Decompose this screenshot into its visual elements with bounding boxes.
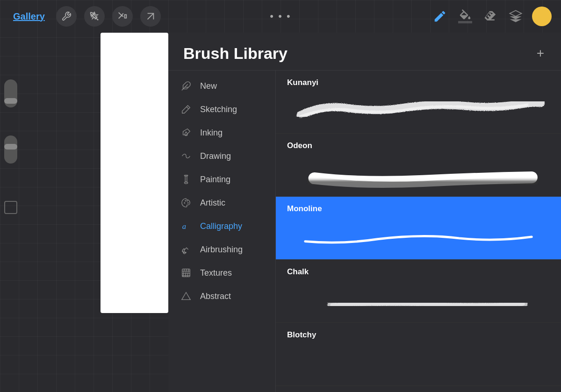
category-label-inking: Inking [200, 128, 223, 138]
category-label-textures: Textures [200, 268, 232, 278]
category-list: New Sketching [168, 71, 276, 392]
brush-list: Kunanyi Odeon [276, 71, 561, 392]
magic-tool-button[interactable] [84, 6, 105, 27]
svg-point-13 [185, 200, 186, 202]
brush-library-header: Brush Library + [168, 33, 561, 71]
svg-marker-7 [182, 106, 190, 114]
brush-name-blotchy: Blotchy [287, 330, 550, 340]
category-label-abstract: Abstract [200, 292, 231, 301]
ink-icon [180, 128, 193, 138]
svg-line-8 [187, 107, 189, 109]
side-controls [0, 79, 21, 214]
toolbar: Gallery • • • [0, 0, 561, 33]
brush-item-blotchy[interactable]: Blotchy [276, 323, 561, 386]
opacity-slider[interactable] [4, 135, 17, 164]
smudge-tool-button[interactable] [112, 6, 133, 27]
texture-icon [180, 268, 193, 278]
canvas-area [0, 33, 168, 392]
brush-preview-monoline [287, 219, 550, 252]
toolbar-center: • • • [266, 7, 295, 26]
category-label-artistic: Artistic [200, 198, 225, 208]
category-item-drawing[interactable]: Drawing [168, 144, 275, 168]
svg-point-14 [187, 200, 188, 202]
svg-rect-10 [185, 176, 187, 182]
category-item-new[interactable]: New [168, 74, 275, 98]
color-square-button[interactable] [4, 201, 17, 214]
category-item-abstract[interactable]: Abstract [168, 285, 275, 308]
smudge-icon [117, 11, 128, 21]
eraser-icon [483, 9, 497, 23]
brush-library-content: New Sketching [168, 71, 561, 392]
abstract-icon [180, 291, 193, 301]
category-label-drawing: Drawing [200, 151, 231, 161]
arrow-icon [145, 11, 156, 21]
arrow-tool-button[interactable] [140, 6, 161, 27]
svg-point-15 [187, 202, 189, 204]
fill-tool-button[interactable] [456, 7, 474, 25]
category-item-artistic[interactable]: Artistic [168, 191, 275, 214]
drawing-icon [180, 151, 193, 161]
eraser-tool-button[interactable] [482, 7, 499, 25]
canvas-white [101, 33, 168, 313]
svg-point-20 [185, 252, 186, 253]
gallery-button[interactable]: Gallery [9, 9, 49, 24]
size-slider[interactable] [4, 79, 17, 107]
category-item-calligraphy[interactable]: a Calligraphy [168, 214, 275, 238]
svg-marker-28 [182, 292, 190, 300]
toolbar-right [431, 7, 552, 26]
svg-point-12 [184, 202, 185, 204]
dots-icon: • • • [270, 10, 291, 22]
brush-library-title: Brush Library [183, 44, 288, 63]
brush-name-monoline: Monoline [287, 204, 550, 214]
category-item-inking[interactable]: Inking [168, 121, 275, 144]
painting-icon [180, 174, 193, 185]
airbrush-icon [180, 244, 193, 255]
layers-icon [509, 9, 523, 23]
svg-line-2 [97, 19, 98, 20]
brush-name-chalk: Chalk [287, 267, 550, 277]
category-label-calligraphy: Calligraphy [200, 221, 242, 231]
more-options-button[interactable]: • • • [266, 7, 295, 26]
category-label-airbrushing: Airbrushing [200, 245, 243, 255]
add-brush-button[interactable]: + [535, 44, 546, 63]
palette-icon [180, 198, 193, 208]
brush-preview-chalk [287, 282, 550, 315]
toolbar-left: Gallery [9, 6, 431, 27]
category-item-textures[interactable]: Textures [168, 261, 275, 285]
fill-icon [458, 9, 472, 23]
avatar[interactable] [532, 7, 552, 26]
wrench-icon [61, 11, 72, 21]
category-label-sketching: Sketching [200, 105, 237, 114]
category-label-new: New [200, 81, 217, 91]
svg-point-18 [182, 251, 183, 252]
brush-tool-button[interactable] [431, 7, 449, 25]
brush-icon [433, 9, 447, 23]
wrench-tool-button[interactable] [56, 6, 77, 27]
svg-text:a: a [182, 222, 186, 231]
category-item-airbrushing[interactable]: Airbrushing [168, 238, 275, 261]
calligraphy-icon: a [180, 221, 193, 231]
svg-line-4 [147, 14, 153, 20]
svg-point-19 [183, 252, 184, 253]
brush-item-kunanyi[interactable]: Kunanyi [276, 71, 561, 134]
svg-point-11 [184, 182, 187, 184]
category-item-painting[interactable]: Painting [168, 168, 275, 191]
opacity-slider-handle [4, 144, 17, 150]
brush-name-odeon: Odeon [287, 141, 550, 150]
brush-library-panel: Brush Library + New [168, 33, 561, 392]
brush-item-monoline[interactable]: Monoline [276, 197, 561, 260]
category-label-painting: Painting [200, 175, 230, 185]
layers-button[interactable] [507, 7, 525, 25]
brush-item-odeon[interactable]: Odeon [276, 134, 561, 197]
category-item-sketching[interactable]: Sketching [168, 98, 275, 121]
brush-preview-odeon [287, 156, 550, 189]
size-slider-handle [4, 98, 17, 104]
feather-icon [180, 81, 193, 91]
pencil-icon [180, 104, 193, 114]
brush-item-chalk[interactable]: Chalk [276, 260, 561, 323]
brush-name-kunanyi: Kunanyi [287, 78, 550, 87]
brush-preview-blotchy [287, 345, 550, 378]
magic-icon [89, 11, 100, 21]
brush-preview-kunanyi [287, 93, 550, 126]
